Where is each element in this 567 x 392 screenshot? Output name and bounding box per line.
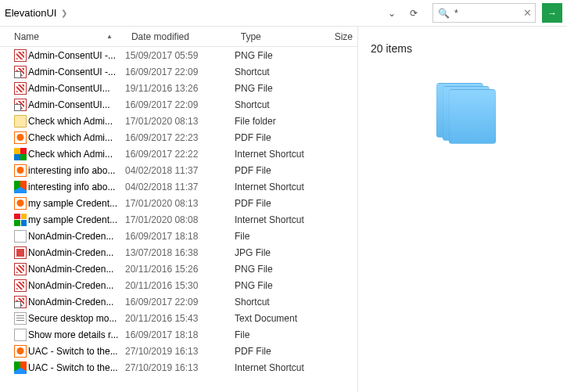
file-row[interactable]: interesting info abo...04/02/2018 11:37I…: [0, 178, 357, 195]
file-type: File: [235, 329, 328, 340]
file-type: PDF File: [235, 132, 328, 143]
file-date: 17/01/2020 08:13: [125, 116, 235, 127]
file-row[interactable]: Check which Admi...16/09/2017 22:23PDF F…: [0, 129, 357, 146]
chevron-down-icon: ⌄: [388, 8, 396, 19]
file-date: 17/01/2020 08:13: [125, 198, 235, 209]
png-file-icon: [14, 49, 27, 62]
internet-shortcut-icon: [14, 148, 27, 160]
file-row[interactable]: NonAdmin-Creden...20/11/2016 15:30PNG Fi…: [0, 277, 357, 293]
file-type: PDF File: [235, 346, 328, 357]
file-name: NonAdmin-Creden...: [28, 231, 125, 242]
file-name: Admin-ConsentUI...: [28, 99, 125, 110]
file-row[interactable]: UAC - Switch to the...27/10/2019 16:13In…: [0, 359, 357, 376]
history-dropdown-button[interactable]: ⌄: [382, 4, 401, 23]
file-row[interactable]: Admin-ConsentUI -...16/09/2017 22:09Shor…: [0, 63, 357, 80]
clear-search-button[interactable]: ✕: [519, 7, 535, 19]
column-header-type[interactable]: Type: [235, 31, 328, 42]
file-type: Internet Shortcut: [235, 182, 328, 192]
file-name: my sample Credent...: [28, 214, 125, 225]
file-row[interactable]: Admin-ConsentUI...16/09/2017 22:09Shortc…: [0, 96, 357, 113]
file-date: 16/09/2017 18:18: [125, 329, 235, 340]
file-date: 20/11/2016 15:26: [125, 264, 235, 275]
item-count: 20 items: [371, 42, 554, 55]
file-type: Internet Shortcut: [235, 362, 328, 373]
file-row[interactable]: Admin-ConsentUI...19/11/2016 13:26PNG Fi…: [0, 80, 357, 96]
firefox-shortcut-icon: [14, 361, 27, 374]
refresh-icon: ⟳: [410, 8, 418, 19]
file-date: 27/10/2019 16:13: [125, 362, 235, 373]
breadcrumb-current[interactable]: ElevationUI: [5, 7, 56, 19]
column-header-name[interactable]: Name ▲: [0, 31, 125, 42]
file-type: Internet Shortcut: [235, 149, 328, 160]
file-name: Check which Admi...: [28, 149, 125, 160]
file-name: interesting info abo...: [28, 182, 125, 192]
file-type: PDF File: [235, 198, 328, 209]
column-header-size[interactable]: Size: [328, 31, 357, 42]
file-row[interactable]: my sample Credent...17/01/2020 08:13PDF …: [0, 195, 357, 211]
file-name: Admin-ConsentUI...: [28, 83, 125, 94]
file-date: 16/09/2017 22:09: [125, 297, 235, 307]
file-row[interactable]: interesting info abo...04/02/2018 11:37P…: [0, 162, 357, 178]
file-row[interactable]: NonAdmin-Creden...16/09/2017 22:09Shortc…: [0, 293, 357, 310]
pdf-file-icon: [14, 131, 27, 144]
file-row[interactable]: Check which Admi...17/01/2020 08:13File …: [0, 113, 357, 129]
file-name: my sample Credent...: [28, 198, 125, 209]
file-row[interactable]: NonAdmin-Creden...13/07/2018 16:38JPG Fi…: [0, 244, 357, 261]
file-name: Check which Admi...: [28, 116, 125, 127]
file-row[interactable]: Show more details r...16/09/2017 18:18Fi…: [0, 326, 357, 343]
file-type: PDF File: [235, 165, 328, 176]
file-name: NonAdmin-Creden...: [28, 247, 125, 258]
file-row[interactable]: my sample Credent...17/01/2020 08:08Inte…: [0, 211, 357, 228]
png-shortcut-icon: [14, 296, 27, 308]
file-type: File: [235, 231, 328, 242]
png-shortcut-icon: [14, 66, 27, 78]
address-bar: ElevationUI ❯ ⌄ ⟳ 🔍 * ✕ →: [0, 0, 567, 27]
file-date: 16/09/2017 22:22: [125, 149, 235, 160]
search-icon: 🔍: [438, 8, 450, 19]
pdf-file-icon: [14, 197, 27, 210]
breadcrumb[interactable]: ElevationUI ❯: [5, 7, 67, 19]
png-file-icon: [14, 279, 27, 292]
file-name: UAC - Switch to the...: [28, 346, 125, 357]
refresh-button[interactable]: ⟳: [404, 4, 423, 23]
firefox-shortcut-icon: [14, 181, 27, 193]
column-header-date[interactable]: Date modified: [125, 31, 235, 42]
file-type: Shortcut: [235, 99, 328, 110]
file-date: 13/07/2018 16:38: [125, 247, 235, 258]
file-date: 20/11/2016 15:43: [125, 313, 235, 324]
file-type: PNG File: [235, 264, 328, 275]
file-row[interactable]: NonAdmin-Creden...16/09/2017 18:18File: [0, 228, 357, 244]
file-row[interactable]: Admin-ConsentUI -...15/09/2017 05:59PNG …: [0, 47, 357, 63]
file-row[interactable]: NonAdmin-Creden...20/11/2016 15:26PNG Fi…: [0, 261, 357, 277]
search-go-button[interactable]: →: [542, 3, 562, 23]
file-name: NonAdmin-Creden...: [28, 280, 125, 291]
search-box[interactable]: 🔍 * ✕: [432, 3, 536, 23]
chevron-right-icon[interactable]: ❯: [61, 9, 67, 17]
png-file-icon: [14, 82, 27, 95]
file-date: 16/09/2017 22:09: [125, 99, 235, 110]
search-input[interactable]: *: [454, 8, 458, 19]
file-name: NonAdmin-Creden...: [28, 264, 125, 275]
file-date: 19/11/2016 13:26: [125, 83, 235, 94]
file-type: Internet Shortcut: [235, 214, 328, 225]
file-date: 15/09/2017 05:59: [125, 50, 235, 61]
pdf-file-icon: [14, 345, 27, 358]
file-row[interactable]: Check which Admi...16/09/2017 22:22Inter…: [0, 146, 357, 162]
sort-asc-icon: ▲: [106, 33, 113, 40]
file-name: NonAdmin-Creden...: [28, 297, 125, 307]
pdf-file-icon: [14, 164, 27, 177]
arrow-right-icon: →: [547, 8, 557, 19]
file-date: 04/02/2018 11:37: [125, 182, 235, 192]
file-type: Shortcut: [235, 67, 328, 77]
text-file-icon: [14, 312, 27, 325]
file-name: UAC - Switch to the...: [28, 362, 125, 373]
file-type: Shortcut: [235, 297, 328, 307]
file-date: 16/09/2017 18:18: [125, 231, 235, 242]
file-type: File folder: [235, 116, 328, 127]
file-row[interactable]: Secure desktop mo...20/11/2016 15:43Text…: [0, 310, 357, 326]
file-name: Show more details r...: [28, 329, 125, 340]
file-date: 16/09/2017 22:09: [125, 67, 235, 77]
file-row[interactable]: UAC - Switch to the...27/10/2019 16:13PD…: [0, 343, 357, 359]
file-name: interesting info abo...: [28, 165, 125, 176]
png-file-icon: [14, 263, 27, 275]
